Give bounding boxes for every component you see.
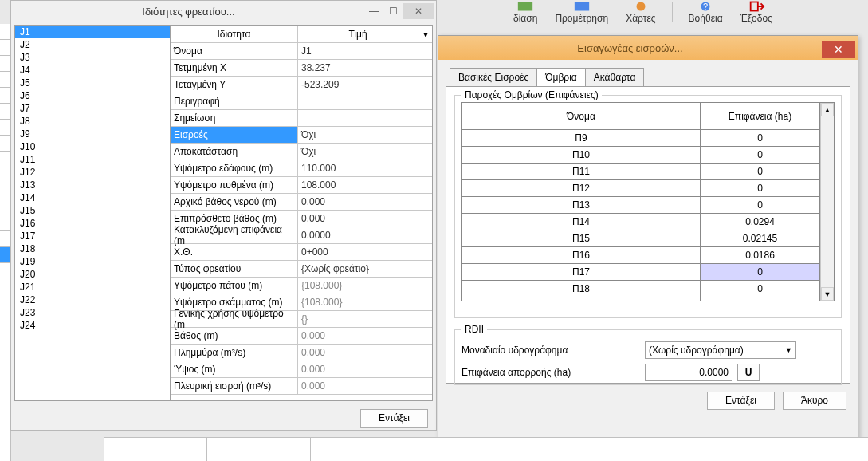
- list-item[interactable]: J9: [15, 128, 170, 140]
- window-title: Ιδιότητες φρεατίου...: [13, 6, 364, 18]
- property-row[interactable]: Πλημμύρα (m³/s)0.000: [171, 345, 432, 361]
- list-item[interactable]: J6: [15, 89, 170, 102]
- list-item[interactable]: J7: [15, 102, 170, 115]
- svg-rect-5: [750, 2, 757, 11]
- vertical-ruler: [0, 24, 11, 461]
- ok-button[interactable]: Εντάξει: [360, 409, 428, 428]
- table-row[interactable]: Π100: [462, 147, 820, 164]
- group-label: Παροχές Ομβρίων (Επιφάνειες): [461, 89, 602, 100]
- property-row[interactable]: Υψόμετρο εδάφους (m)110.000: [171, 160, 432, 177]
- table-row[interactable]: Π140.0294: [462, 214, 820, 230]
- list-item[interactable]: J19: [15, 255, 170, 268]
- list-item[interactable]: J23: [15, 306, 170, 319]
- property-grid: Ιδιότητα Τιμή ▾ ΌνομαJ1Τετμημένη X38.237…: [170, 25, 433, 401]
- table-row[interactable]: Π180: [462, 281, 820, 297]
- property-row[interactable]: Υψόμετρο πυθμένα (m)108.000: [171, 177, 432, 194]
- property-row[interactable]: Σημείωση: [171, 110, 432, 127]
- tab-rain[interactable]: Όμβρια: [536, 68, 586, 86]
- col-property: Ιδιότητα: [171, 26, 298, 42]
- status-strip: [104, 437, 868, 461]
- list-item[interactable]: J12: [15, 166, 170, 179]
- chevron-down-icon: ▼: [785, 346, 792, 354]
- property-row[interactable]: Αρχικό βάθος νερού (m)0.000: [171, 194, 432, 211]
- table-row[interactable]: Π160.0186: [462, 247, 820, 264]
- table-row[interactable]: Π110: [462, 164, 820, 180]
- property-row[interactable]: Ύψος (m)0.000: [171, 361, 432, 378]
- list-item[interactable]: J2: [15, 38, 170, 51]
- dialog-title: Εισαγωγέας εισροών...: [438, 42, 822, 54]
- col-area: Επιφάνεια (ha): [701, 103, 820, 129]
- property-row[interactable]: ΕισροέςΌχι: [171, 127, 432, 144]
- table-row[interactable]: Π150.02145: [462, 230, 820, 247]
- list-item[interactable]: J18: [15, 242, 170, 255]
- property-row[interactable]: Πλευρική εισροή (m³/s)0.000: [171, 378, 432, 395]
- cancel-button[interactable]: Άκυρο: [783, 392, 846, 410]
- property-row[interactable]: Τετμημένη X38.237: [171, 60, 432, 77]
- svg-rect-0: [518, 2, 532, 11]
- svg-point-2: [636, 2, 645, 11]
- property-row[interactable]: Περιγραφή: [171, 93, 432, 110]
- hydrograph-label: Μοναδιαίο υδρογράφημα: [461, 345, 645, 356]
- minimize-icon[interactable]: —: [364, 3, 383, 19]
- table-row[interactable]: Π170: [462, 264, 820, 281]
- table-row[interactable]: Π130: [462, 197, 820, 214]
- list-item[interactable]: J11: [15, 153, 170, 166]
- col-name: Όνομα: [462, 103, 701, 129]
- list-item[interactable]: J1: [15, 26, 170, 38]
- toolbar-btn-help[interactable]: ?Βοήθεια: [682, 0, 729, 24]
- scroll-up-icon[interactable]: ▲: [821, 103, 834, 116]
- hydrograph-select[interactable]: (Χωρίς υδρογράφημα)▼: [645, 341, 796, 359]
- group-label: RDII: [461, 324, 487, 335]
- list-item[interactable]: J24: [15, 319, 170, 332]
- runoff-area-input[interactable]: [645, 364, 732, 381]
- toolbar-btn-exit[interactable]: Έξοδος: [734, 0, 779, 24]
- property-row[interactable]: Τεταγμένη Y-523.209: [171, 77, 432, 93]
- list-item[interactable]: J4: [15, 64, 170, 77]
- table-row[interactable]: Π190: [462, 297, 820, 301]
- list-item[interactable]: J22: [15, 294, 170, 306]
- col-value: Τιμή: [298, 26, 418, 42]
- table-row[interactable]: Π90: [462, 130, 820, 147]
- property-row[interactable]: Γενικής χρήσης υψόμετρο (m{}: [171, 311, 432, 328]
- property-row[interactable]: Κατακλυζόμενη επιφάνεια (m0.0000: [171, 227, 432, 244]
- toolbar-btn[interactable]: δίαση: [507, 0, 544, 24]
- list-item[interactable]: J20: [15, 268, 170, 281]
- svg-rect-1: [575, 2, 589, 11]
- properties-window: Ιδιότητες φρεατίου... — ☐ ✕ J1J2J3J4J5J6…: [10, 0, 437, 431]
- list-item[interactable]: J8: [15, 115, 170, 128]
- list-item[interactable]: J16: [15, 217, 170, 230]
- property-row[interactable]: Τύπος φρεατίου{Χωρίς φρεάτιο}: [171, 261, 432, 278]
- unit-button[interactable]: U: [737, 364, 760, 381]
- property-row[interactable]: ΌνομαJ1: [171, 43, 432, 60]
- main-toolbar: δίαση Προμέτρηση Χάρτες ?Βοήθεια Έξοδος: [502, 0, 868, 24]
- junction-list[interactable]: J1J2J3J4J5J6J7J8J9J10J11J12J13J14J15J16J…: [14, 25, 171, 401]
- dropdown-icon[interactable]: ▾: [418, 26, 432, 42]
- property-row[interactable]: Βάθος (m)0.000: [171, 328, 432, 345]
- ok-button[interactable]: Εντάξει: [707, 392, 775, 410]
- toolbar-btn[interactable]: Χάρτες: [619, 0, 662, 24]
- list-item[interactable]: J15: [15, 204, 170, 217]
- toolbar-btn[interactable]: Προμέτρηση: [548, 0, 615, 24]
- maximize-icon[interactable]: ☐: [383, 3, 403, 19]
- list-item[interactable]: J13: [15, 179, 170, 191]
- close-icon[interactable]: ✕: [822, 41, 855, 58]
- list-item[interactable]: J14: [15, 191, 170, 204]
- list-item[interactable]: J5: [15, 77, 170, 89]
- tab-basic[interactable]: Βασικές Εισροές: [450, 68, 537, 86]
- list-item[interactable]: J21: [15, 281, 170, 294]
- inflows-dialog: Εισαγωγέας εισροών... ✕ Βασικές Εισροές …: [438, 35, 858, 453]
- list-item[interactable]: J10: [15, 140, 170, 153]
- scrollbar[interactable]: ▲ ▼: [820, 103, 834, 301]
- scroll-down-icon[interactable]: ▼: [821, 287, 834, 301]
- tab-sewage[interactable]: Ακάθαρτα: [585, 68, 645, 86]
- rdii-group: RDII Μοναδιαίο υδρογράφημα (Χωρίς υδρογρ…: [454, 329, 842, 385]
- tab-strip: Βασικές Εισροές Όμβρια Ακάθαρτα: [450, 68, 858, 86]
- list-item[interactable]: J17: [15, 230, 170, 242]
- table-row[interactable]: Π120: [462, 180, 820, 197]
- list-item[interactable]: J3: [15, 51, 170, 64]
- property-row[interactable]: Χ.Θ.0+000: [171, 244, 432, 261]
- property-row[interactable]: Υψόμετρο πάτου (m){108.000}: [171, 278, 432, 294]
- surfaces-table[interactable]: Όνομα Επιφάνεια (ha) Π90Π100Π110Π120Π130…: [461, 102, 835, 301]
- property-row[interactable]: ΑποκατάστασηΌχι: [171, 144, 432, 160]
- close-icon[interactable]: ✕: [403, 3, 434, 19]
